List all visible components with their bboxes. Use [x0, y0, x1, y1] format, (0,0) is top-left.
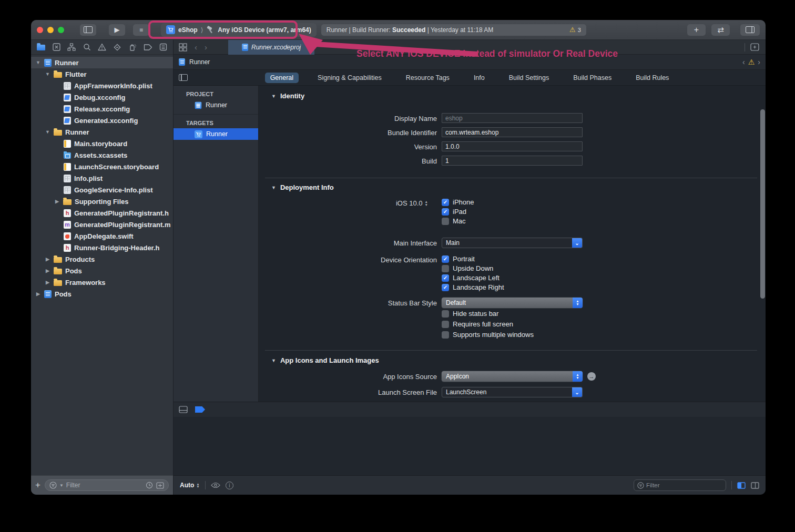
jump-to-appicon-button[interactable]: →	[587, 372, 596, 381]
checkbox-icon[interactable]	[442, 331, 449, 339]
target-row[interactable]: Runner	[174, 128, 258, 140]
add-editor-icon[interactable]	[750, 43, 759, 51]
variables-panel-icon[interactable]	[737, 482, 746, 489]
add-file-button[interactable]: +	[35, 480, 40, 490]
checkbox-icon[interactable]	[442, 310, 449, 318]
back-button[interactable]: ‹	[195, 43, 197, 52]
checkbox-icon[interactable]	[442, 199, 449, 206]
editor-tab[interactable]: Runner.xcodeproj	[228, 40, 314, 55]
debug-navigator-tab[interactable]	[128, 43, 137, 52]
app-icons-source-popup[interactable]: AppIcon ▲▼	[442, 371, 583, 382]
checkbox-icon[interactable]	[442, 284, 449, 291]
quicklook-eye-icon[interactable]	[211, 482, 220, 488]
breadcrumb[interactable]: Runner	[189, 58, 210, 66]
disclosure-icon[interactable]: ▶	[45, 268, 50, 273]
breakpoint-navigator-tab[interactable]	[143, 43, 152, 52]
info-icon[interactable]: i	[226, 482, 233, 489]
tree-item-file[interactable]: GeneratedPluginRegistrant.h	[31, 207, 173, 219]
project-navigator-tab[interactable]	[36, 43, 46, 52]
navigator-filter-field[interactable]: ▼ Filter	[45, 479, 169, 491]
checkbox-landscape-right[interactable]: Landscape Right	[442, 283, 504, 291]
recent-files-icon[interactable]	[156, 482, 164, 489]
tree-item-pods-folder[interactable]: ▶Pods	[31, 265, 173, 277]
stop-button[interactable]: ■	[133, 24, 149, 36]
tree-item-file[interactable]: Debug.xcconfig	[31, 91, 173, 103]
tree-item-frameworks[interactable]: ▶Frameworks	[31, 277, 173, 288]
variables-view-mode[interactable]: Auto ▲▼	[180, 482, 200, 489]
tree-item-file[interactable]: AppDelegate.swift	[31, 230, 173, 242]
tree-item-file[interactable]: GeneratedPluginRegistrant.m	[31, 219, 173, 230]
tree-item-file[interactable]: Info.plist	[31, 172, 173, 184]
run-button[interactable]: ▶	[109, 24, 125, 36]
console-panel-icon[interactable]	[751, 482, 759, 489]
checkbox-mac[interactable]: Mac	[442, 217, 466, 225]
tree-item-file[interactable]: Runner-Bridging-Header.h	[31, 242, 173, 253]
disclosure-icon[interactable]: ▶	[45, 280, 50, 285]
checkbox-icon[interactable]	[442, 265, 449, 272]
build-field[interactable]	[442, 156, 583, 166]
checkbox-icon[interactable]	[442, 274, 449, 282]
breakpoint-toggle-icon[interactable]	[195, 406, 205, 413]
tree-item-runner-project[interactable]: ▼Runner	[31, 57, 173, 68]
bundle-identifier-field[interactable]	[442, 127, 583, 137]
tree-item-file[interactable]: AppFrameworkInfo.plist	[31, 80, 173, 91]
close-window-button[interactable]	[37, 27, 43, 33]
tree-item-file[interactable]: Release.xcconfig	[31, 103, 173, 115]
tab-build-rules[interactable]: Build Rules	[630, 73, 674, 83]
tree-item-flutter-folder[interactable]: ▼Flutter	[31, 68, 173, 80]
disclosure-icon[interactable]: ▼	[45, 71, 50, 77]
display-name-field[interactable]	[442, 113, 583, 123]
test-navigator-tab[interactable]	[113, 43, 122, 52]
checkbox-ipad[interactable]: iPad	[442, 208, 466, 216]
prev-issue-button[interactable]: ‹	[742, 58, 745, 66]
checkbox-portrait[interactable]: Portrait	[442, 255, 475, 263]
hide-debug-area-icon[interactable]	[179, 406, 188, 413]
tree-item-supporting-files[interactable]: ▶Supporting Files	[31, 196, 173, 207]
tree-item-products[interactable]: ▶Products	[31, 253, 173, 265]
section-deployment-info[interactable]: ▼ Deployment Info	[271, 183, 334, 191]
tree-item-file[interactable]: LaunchScreen.storyboard	[31, 161, 173, 172]
tab-general[interactable]: General	[265, 73, 299, 83]
checkbox-landscape-left[interactable]: Landscape Left	[442, 274, 500, 282]
activity-viewer[interactable]: Runner | Build Runner: Succeeded | Yeste…	[321, 24, 586, 36]
source-control-tab[interactable]	[52, 43, 61, 52]
forward-button[interactable]: ›	[205, 43, 207, 52]
scheme-selector[interactable]: eShop ⟩ Any iOS Device (armv7, arm64)	[161, 23, 317, 37]
stepper-icon[interactable]: ▲▼	[425, 200, 428, 206]
next-issue-button[interactable]: ›	[758, 58, 760, 66]
launch-screen-file-combo[interactable]: LaunchScreen ⌄	[442, 387, 583, 397]
checkbox-hide-status-bar[interactable]: Hide status bar	[442, 310, 498, 318]
tree-item-runner-folder[interactable]: ▼Runner	[31, 126, 173, 138]
tree-item-pods-project[interactable]: ▶Pods	[31, 288, 173, 300]
disclosure-icon[interactable]: ▼	[45, 129, 50, 135]
checkbox-icon[interactable]	[442, 255, 449, 263]
disclosure-icon[interactable]: ▶	[54, 199, 60, 204]
main-interface-combo[interactable]: Main ⌄	[442, 238, 583, 248]
minimize-window-button[interactable]	[47, 27, 54, 33]
find-navigator-tab[interactable]	[82, 43, 91, 52]
navigator-toggle-button[interactable]	[80, 24, 96, 36]
checkbox-supports-multiple-windows[interactable]: Supports multiple windows	[442, 331, 534, 339]
checkbox-icon[interactable]	[442, 208, 449, 216]
checkbox-upside-down[interactable]: Upside Down	[442, 264, 493, 272]
zoom-window-button[interactable]	[58, 27, 64, 33]
related-items-icon[interactable]	[179, 43, 187, 52]
doc-outline-toggle-icon[interactable]	[179, 74, 188, 81]
disclosure-icon[interactable]: ▶	[45, 257, 50, 262]
scrollbar-thumb[interactable]	[760, 109, 765, 299]
section-app-icons[interactable]: ▼ App Icons and Launch Images	[271, 356, 379, 364]
checkbox-icon[interactable]	[442, 218, 449, 225]
console-filter-field[interactable]: Filter	[634, 479, 726, 491]
inspector-toggle-button[interactable]	[740, 24, 760, 36]
disclosure-icon[interactable]: ▼	[35, 60, 41, 65]
tree-item-file[interactable]: Assets.xcassets	[31, 149, 173, 161]
library-add-button[interactable]: +	[687, 24, 706, 36]
version-field[interactable]	[442, 141, 583, 151]
tab-build-settings[interactable]: Build Settings	[504, 73, 554, 83]
ios-version-control[interactable]: iOS 10.0 ▲▼	[396, 199, 428, 207]
tab-signing[interactable]: Signing & Capabilities	[312, 73, 387, 83]
editor-swap-button[interactable]: ⇄	[711, 24, 730, 36]
issue-navigator-tab[interactable]	[97, 43, 107, 52]
clock-icon[interactable]	[146, 482, 153, 489]
report-navigator-tab[interactable]	[158, 43, 168, 52]
